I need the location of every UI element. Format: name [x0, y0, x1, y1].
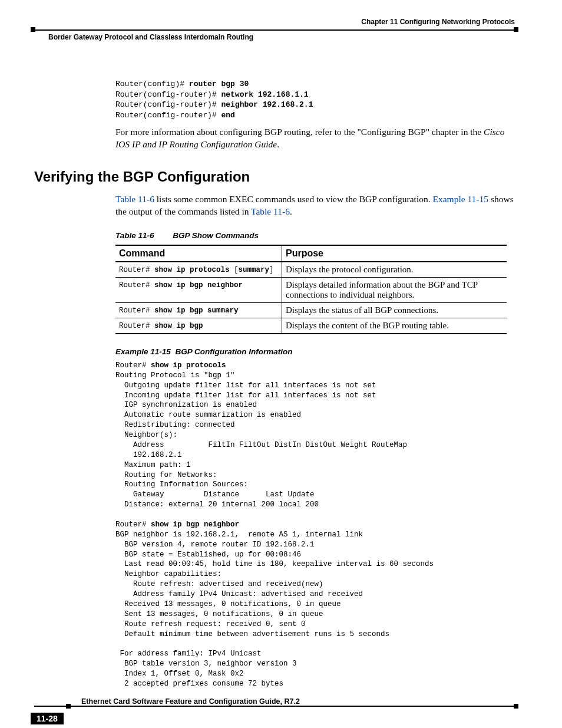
text: For more information about configuring B… [115, 127, 484, 137]
cell-command: Router# show ip bgp [115, 318, 282, 334]
text: . [277, 139, 279, 149]
text: . [290, 206, 292, 216]
rule-square-icon [66, 704, 71, 709]
section-heading: Verifying the BGP Configuration [34, 169, 515, 185]
table-caption: Table 11-6 BGP Show Commands [115, 231, 515, 240]
prompt: Router# [119, 307, 154, 315]
cell-command: Router# show ip bgp summary [115, 302, 282, 318]
cli-output: Router# show ip protocols Routing Protoc… [115, 361, 515, 689]
table-number: Table 11-6 [115, 231, 154, 240]
rule-square-icon [514, 704, 518, 709]
page: Chapter 11 Configuring Networking Protoc… [0, 0, 562, 728]
prompt: Router(config-router)# [115, 100, 221, 109]
prompt: Router(config-router)# [115, 90, 221, 99]
xref-link[interactable]: Table 11-6 [251, 206, 290, 216]
prompt: Router# [119, 281, 154, 289]
prompt: Router# [115, 361, 151, 370]
prompt: Router# [119, 322, 154, 330]
chapter-label: Chapter 11 Configuring Networking Protoc… [361, 18, 515, 26]
output-body: Routing Protocol is "bgp 1" Outgoing upd… [115, 371, 407, 509]
table-row: Router# show ip bgp neighbor Displays de… [115, 277, 507, 302]
table-row: Router# show ip bgp summary Displays the… [115, 302, 507, 318]
config-commands: Router(config)# router bgp 30 Router(con… [115, 79, 515, 120]
body-paragraph: Table 11-6 lists some common EXEC comman… [115, 193, 515, 218]
doc-title: Ethernet Card Software Feature and Confi… [81, 697, 515, 706]
text: [ [230, 266, 239, 274]
example-title-text: BGP Configuration Information [176, 347, 293, 356]
prompt: Router# [119, 266, 154, 274]
command: show ip bgp neighbor [151, 521, 239, 529]
cell-purpose: Displays the status of all BGP connectio… [282, 302, 507, 318]
section-label: Border Gateway Protocol and Classless In… [48, 33, 253, 41]
prompt: Router(config)# [115, 80, 189, 88]
command: show ip protocols [154, 266, 230, 274]
col-purpose: Purpose [282, 245, 507, 262]
text: ] [269, 266, 274, 274]
header-rule [34, 29, 515, 31]
command: neighbor 192.168.2.1 [221, 100, 313, 109]
table-title-text: BGP Show Commands [173, 231, 259, 240]
xref-link[interactable]: Table 11-6 [115, 194, 154, 204]
cell-purpose: Displays detailed information about the … [282, 277, 507, 302]
prompt: Router# [115, 521, 151, 529]
command: end [221, 111, 234, 120]
arg: summary [239, 266, 270, 274]
col-command: Command [115, 245, 282, 262]
xref-link[interactable]: Example 11-15 [432, 194, 488, 204]
body-content: Router(config)# router bgp 30 Router(con… [115, 79, 515, 689]
running-header: Chapter 11 Configuring Networking Protoc… [34, 18, 515, 41]
rule-square-icon [31, 27, 35, 32]
body-paragraph: For more information about configuring B… [115, 126, 515, 151]
table-row: Router# show ip bgp Displays the content… [115, 318, 507, 334]
example-number: Example 11-15 [115, 347, 171, 356]
cell-command: Router# show ip bgp neighbor [115, 277, 282, 302]
command: show ip bgp summary [154, 307, 239, 315]
text: lists some common EXEC commands used to … [154, 194, 433, 204]
example-caption: Example 11-15 BGP Configuration Informat… [115, 347, 515, 356]
table-row: Router# show ip protocols [summary] Disp… [115, 262, 507, 278]
prompt: Router(config-router)# [115, 111, 221, 120]
bgp-show-commands-table: Command Purpose Router# show ip protocol… [115, 245, 507, 334]
command: router bgp 30 [189, 80, 249, 88]
command: show ip bgp neighbor [154, 281, 243, 289]
page-number: 11-28 [31, 713, 64, 724]
command: show ip bgp [154, 322, 203, 330]
cell-purpose: Displays the protocol configuration. [282, 262, 507, 278]
output-body: BGP neighbor is 192.168.2.1, remote AS 1… [115, 531, 434, 688]
rule-square-icon [514, 27, 518, 32]
command: show ip protocols [151, 361, 226, 370]
footer-rule [34, 706, 515, 707]
table-header-row: Command Purpose [115, 245, 507, 262]
cell-purpose: Displays the content of the BGP routing … [282, 318, 507, 334]
cell-command: Router# show ip protocols [summary] [115, 262, 282, 278]
command: network 192.168.1.1 [221, 90, 308, 99]
